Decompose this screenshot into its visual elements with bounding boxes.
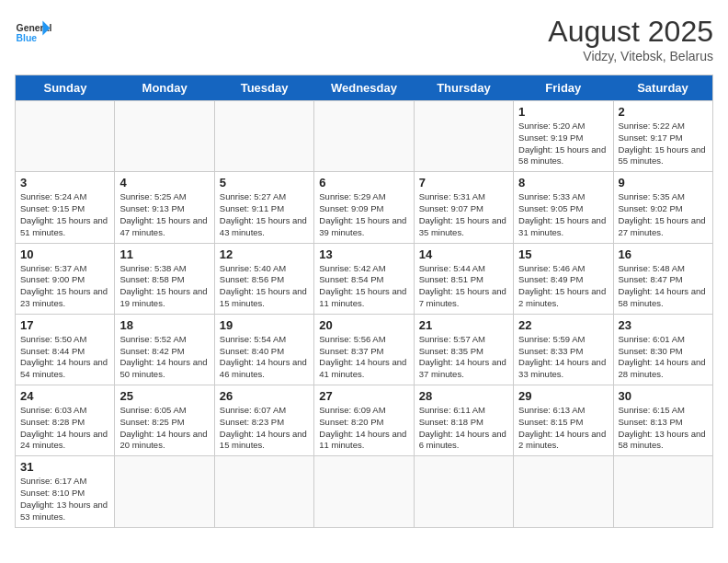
date-number: 19 [220,318,309,332]
date-number: 27 [319,389,408,403]
date-number: 30 [619,389,708,403]
week-row-6: 31Sunrise: 6:17 AM Sunset: 8:10 PM Dayli… [16,456,713,527]
calendar-cell: 31Sunrise: 6:17 AM Sunset: 8:10 PM Dayli… [16,456,115,527]
day-info: Sunrise: 5:40 AM Sunset: 8:56 PM Dayligh… [220,263,309,310]
weekday-header-saturday: Saturday [613,75,712,101]
weekday-header-wednesday: Wednesday [314,75,414,101]
day-info: Sunrise: 5:59 AM Sunset: 8:33 PM Dayligh… [518,334,608,381]
date-number: 17 [20,318,109,332]
day-info: Sunrise: 5:56 AM Sunset: 8:37 PM Dayligh… [319,334,408,381]
day-info: Sunrise: 5:35 AM Sunset: 9:02 PM Dayligh… [619,191,708,238]
calendar-cell [613,456,712,527]
calendar-cell: 28Sunrise: 6:11 AM Sunset: 8:18 PM Dayli… [414,385,513,456]
day-info: Sunrise: 6:01 AM Sunset: 8:30 PM Dayligh… [619,334,708,381]
date-number: 29 [518,389,608,403]
day-info: Sunrise: 6:17 AM Sunset: 8:10 PM Dayligh… [20,476,109,523]
calendar-cell: 21Sunrise: 5:57 AM Sunset: 8:35 PM Dayli… [414,314,513,385]
date-number: 23 [619,318,708,332]
calendar-cell: 12Sunrise: 5:40 AM Sunset: 8:56 PM Dayli… [214,243,313,314]
week-row-5: 24Sunrise: 6:03 AM Sunset: 8:28 PM Dayli… [16,385,713,456]
calendar-cell: 1Sunrise: 5:20 AM Sunset: 9:19 PM Daylig… [514,101,613,172]
date-number: 18 [119,318,209,332]
calendar-cell: 4Sunrise: 5:25 AM Sunset: 9:13 PM Daylig… [115,172,214,243]
day-info: Sunrise: 5:44 AM Sunset: 8:51 PM Dayligh… [419,263,508,310]
calendar-cell: 27Sunrise: 6:09 AM Sunset: 8:20 PM Dayli… [314,385,414,456]
day-info: Sunrise: 5:50 AM Sunset: 8:44 PM Dayligh… [20,334,109,381]
title-section: August 2025 Vidzy, Vitebsk, Belarus [548,15,713,63]
calendar-cell: 9Sunrise: 5:35 AM Sunset: 9:02 PM Daylig… [613,172,712,243]
day-info: Sunrise: 5:57 AM Sunset: 8:35 PM Dayligh… [419,334,508,381]
calendar-cell: 18Sunrise: 5:52 AM Sunset: 8:42 PM Dayli… [115,314,214,385]
calendar-cell: 26Sunrise: 6:07 AM Sunset: 8:23 PM Dayli… [214,385,313,456]
header: General Blue August 2025 Vidzy, Vitebsk,… [15,15,713,63]
day-info: Sunrise: 5:37 AM Sunset: 9:00 PM Dayligh… [20,263,109,310]
weekday-header-friday: Friday [514,75,613,101]
date-number: 28 [419,389,508,403]
calendar-cell: 16Sunrise: 5:48 AM Sunset: 8:47 PM Dayli… [613,243,712,314]
day-info: Sunrise: 5:48 AM Sunset: 8:47 PM Dayligh… [619,263,708,310]
logo-icon: General Blue [15,15,51,52]
date-number: 15 [518,247,608,261]
date-number: 8 [518,176,608,190]
calendar-cell: 17Sunrise: 5:50 AM Sunset: 8:44 PM Dayli… [16,314,115,385]
calendar-cell: 24Sunrise: 6:03 AM Sunset: 8:28 PM Dayli… [16,385,115,456]
calendar-title: August 2025 [548,15,713,49]
calendar-cell [214,101,313,172]
svg-text:Blue: Blue [17,33,38,43]
weekday-header-monday: Monday [115,75,214,101]
week-row-4: 17Sunrise: 5:50 AM Sunset: 8:44 PM Dayli… [16,314,713,385]
calendar-cell [115,456,214,527]
day-info: Sunrise: 5:33 AM Sunset: 9:05 PM Dayligh… [518,191,608,238]
calendar-cell: 25Sunrise: 6:05 AM Sunset: 8:25 PM Dayli… [115,385,214,456]
calendar-cell: 5Sunrise: 5:27 AM Sunset: 9:11 PM Daylig… [214,172,313,243]
day-info: Sunrise: 5:22 AM Sunset: 9:17 PM Dayligh… [619,121,708,167]
day-info: Sunrise: 6:15 AM Sunset: 8:13 PM Dayligh… [619,405,708,452]
weekday-header-sunday: Sunday [16,75,115,101]
calendar-cell [414,456,513,527]
day-info: Sunrise: 5:38 AM Sunset: 8:58 PM Dayligh… [119,263,209,310]
week-row-1: 1Sunrise: 5:20 AM Sunset: 9:19 PM Daylig… [16,101,713,172]
date-number: 31 [20,460,109,474]
date-number: 4 [119,176,209,190]
date-number: 16 [619,247,708,261]
day-info: Sunrise: 5:24 AM Sunset: 9:15 PM Dayligh… [20,191,109,238]
calendar-cell: 13Sunrise: 5:42 AM Sunset: 8:54 PM Dayli… [314,243,414,314]
calendar-cell [16,101,115,172]
date-number: 20 [319,318,408,332]
date-number: 10 [20,247,109,261]
day-info: Sunrise: 6:09 AM Sunset: 8:20 PM Dayligh… [319,405,408,452]
calendar-table: SundayMondayTuesdayWednesdayThursdayFrid… [15,75,713,528]
calendar-cell: 19Sunrise: 5:54 AM Sunset: 8:40 PM Dayli… [214,314,313,385]
calendar-cell: 11Sunrise: 5:38 AM Sunset: 8:58 PM Dayli… [115,243,214,314]
date-number: 3 [20,176,109,190]
calendar-cell: 8Sunrise: 5:33 AM Sunset: 9:05 PM Daylig… [514,172,613,243]
calendar-cell: 3Sunrise: 5:24 AM Sunset: 9:15 PM Daylig… [16,172,115,243]
calendar-cell: 14Sunrise: 5:44 AM Sunset: 8:51 PM Dayli… [414,243,513,314]
day-info: Sunrise: 6:03 AM Sunset: 8:28 PM Dayligh… [20,405,109,452]
calendar-cell: 22Sunrise: 5:59 AM Sunset: 8:33 PM Dayli… [514,314,613,385]
calendar-cell [314,456,414,527]
date-number: 25 [119,389,209,403]
week-row-2: 3Sunrise: 5:24 AM Sunset: 9:15 PM Daylig… [16,172,713,243]
day-info: Sunrise: 6:11 AM Sunset: 8:18 PM Dayligh… [419,405,508,452]
date-number: 11 [119,247,209,261]
day-info: Sunrise: 5:25 AM Sunset: 9:13 PM Dayligh… [119,191,209,238]
calendar-cell: 29Sunrise: 6:13 AM Sunset: 8:15 PM Dayli… [514,385,613,456]
date-number: 6 [319,176,408,190]
calendar-cell: 30Sunrise: 6:15 AM Sunset: 8:13 PM Dayli… [613,385,712,456]
calendar-cell: 2Sunrise: 5:22 AM Sunset: 9:17 PM Daylig… [613,101,712,172]
calendar-cell [514,456,613,527]
weekday-header-row: SundayMondayTuesdayWednesdayThursdayFrid… [16,75,713,101]
date-number: 22 [518,318,608,332]
day-info: Sunrise: 6:05 AM Sunset: 8:25 PM Dayligh… [119,405,209,452]
date-number: 5 [220,176,309,190]
date-number: 14 [419,247,508,261]
date-number: 26 [220,389,309,403]
logo: General Blue [15,15,51,52]
calendar-cell: 20Sunrise: 5:56 AM Sunset: 8:37 PM Dayli… [314,314,414,385]
calendar-cell: 10Sunrise: 5:37 AM Sunset: 9:00 PM Dayli… [16,243,115,314]
calendar-cell [314,101,414,172]
weekday-header-tuesday: Tuesday [214,75,313,101]
calendar-cell: 23Sunrise: 6:01 AM Sunset: 8:30 PM Dayli… [613,314,712,385]
date-number: 12 [220,247,309,261]
